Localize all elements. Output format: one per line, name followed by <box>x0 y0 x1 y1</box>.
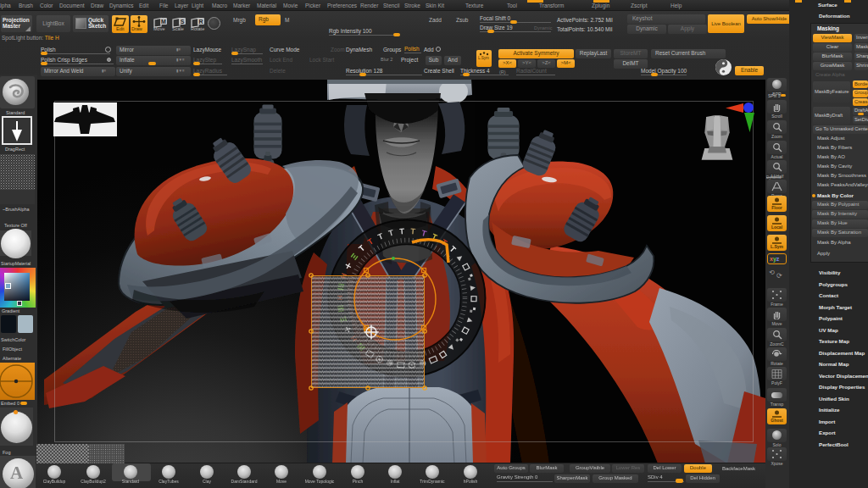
svg-text:T: T <box>399 226 405 236</box>
svg-text:M: M <box>161 19 166 25</box>
svg-text:T: T <box>410 226 416 236</box>
svg-text:S: S <box>181 19 185 25</box>
svg-text:R: R <box>198 19 203 25</box>
